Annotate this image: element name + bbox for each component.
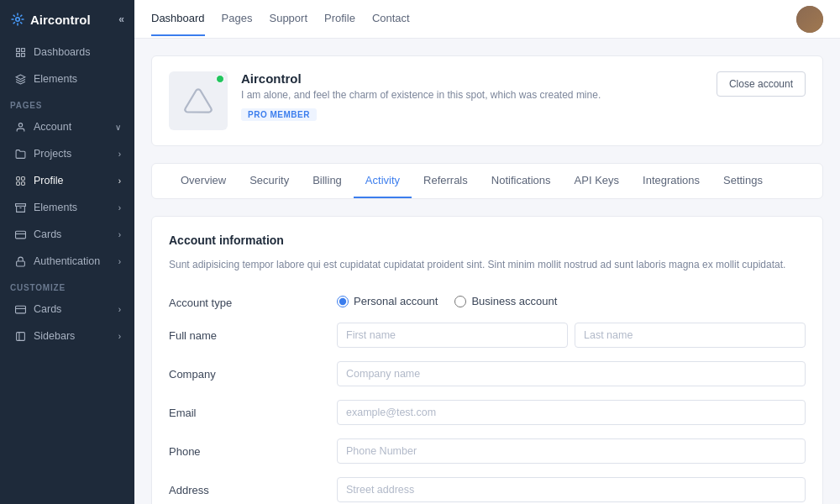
sidebar-item-label: Cards [34, 228, 61, 240]
sidebar-item-label: Elements [34, 73, 77, 85]
chevron-right-icon: › [118, 230, 121, 239]
svg-point-0 [16, 18, 20, 22]
email-input[interactable] [337, 400, 806, 425]
chevron-down-icon: ∨ [115, 123, 121, 132]
last-name-input[interactable] [575, 323, 806, 348]
sidebar-item-projects[interactable]: Projects › [3, 141, 131, 166]
card-icon [13, 228, 27, 241]
status-indicator [216, 75, 224, 83]
sidebar-item-elements-top[interactable]: Elements [3, 66, 131, 92]
logo-icon [10, 12, 25, 27]
user-icon [13, 120, 27, 134]
topnav-link-contact[interactable]: Contact [372, 2, 410, 36]
tab-billing[interactable]: Billing [301, 164, 354, 198]
address-label: Address [169, 477, 337, 496]
sidebar-item-authentication[interactable]: Authentication › [3, 249, 131, 274]
layers-icon [13, 72, 27, 86]
topnav-link-support[interactable]: Support [269, 2, 307, 36]
svg-marker-5 [16, 75, 25, 79]
app-name: Aircontrol [30, 13, 91, 27]
main-content: Dashboard Pages Support Profile Contact … [134, 0, 840, 504]
sidebar-item-elements[interactable]: Elements › [3, 195, 131, 220]
tabs-bar: Overview Security Billing Activity Refer… [151, 163, 823, 199]
sidebar-item-label: Account [34, 121, 71, 133]
chevron-right-icon: › [118, 150, 121, 159]
svg-rect-9 [16, 181, 19, 185]
tab-referrals[interactable]: Referrals [412, 164, 480, 198]
tab-overview[interactable]: Overview [169, 164, 238, 198]
company-fields [337, 361, 806, 386]
company-input[interactable] [337, 361, 806, 386]
topnav-link-profile[interactable]: Profile [324, 2, 355, 36]
profile-card: Aircontrol I am alone, and feel the char… [151, 55, 823, 146]
sidebar-item-label: Dashboards [34, 46, 90, 58]
sidebar-item-label: Profile [34, 175, 63, 186]
svg-rect-16 [15, 306, 25, 313]
avatar[interactable] [796, 6, 823, 33]
profile-description: I am alone, and feel the charm of existe… [241, 89, 601, 101]
phone-label: Phone [169, 438, 337, 458]
grid-icon [13, 45, 27, 59]
svg-rect-10 [21, 181, 24, 185]
tab-settings[interactable]: Settings [711, 164, 774, 198]
account-type-label: Account type [169, 290, 337, 309]
sidebar-item-profile[interactable]: Profile › [3, 168, 131, 193]
street-address-input[interactable] [337, 477, 806, 502]
personal-radio-input[interactable] [337, 296, 349, 307]
business-account-label: Business account [471, 295, 557, 307]
account-info-title: Account information [169, 234, 806, 247]
company-label: Company [169, 361, 337, 381]
business-radio-input[interactable] [454, 296, 466, 307]
phone-input[interactable] [337, 438, 806, 464]
full-name-label: Full name [169, 323, 337, 342]
email-label: Email [169, 400, 337, 419]
sidebar-item-label: Authentication [34, 255, 100, 267]
svg-rect-8 [21, 176, 24, 180]
svg-rect-15 [16, 260, 24, 265]
sidebar: Aircontrol « Dashboards Elements PAGES A… [0, 0, 134, 504]
box-icon [13, 201, 27, 214]
sidebar-item-cards[interactable]: Cards › [3, 222, 131, 247]
collapse-button[interactable]: « [118, 13, 124, 25]
profile-avatar-box [169, 71, 228, 130]
full-name-inputs-row [337, 323, 806, 348]
sidebar-item-sidebars[interactable]: Sidebars › [3, 323, 131, 349]
sidebar-item-label: Projects [34, 148, 71, 160]
svg-point-6 [18, 123, 22, 126]
chevron-right-icon: › [118, 332, 121, 341]
account-type-fields: Personal account Business account [337, 290, 806, 307]
card2-icon [13, 302, 27, 316]
topnav-link-pages[interactable]: Pages [222, 2, 253, 36]
first-name-input[interactable] [337, 323, 568, 348]
sidebar-item-account[interactable]: Account ∨ [3, 114, 131, 139]
avatar-image [796, 6, 823, 33]
sidebar-item-label: Cards [34, 303, 61, 315]
phone-row: Phone [169, 438, 806, 464]
chevron-right-icon: › [118, 305, 121, 314]
folder-icon [13, 147, 27, 160]
topnav-link-dashboard[interactable]: Dashboard [151, 2, 205, 36]
close-account-button[interactable]: Close account [717, 71, 806, 97]
topnav-links: Dashboard Pages Support Profile Contact [151, 2, 796, 36]
tab-integrations[interactable]: Integrations [631, 164, 711, 198]
profile-info: Aircontrol I am alone, and feel the char… [241, 71, 601, 121]
personal-account-radio[interactable]: Personal account [337, 295, 438, 307]
account-info-card: Account information Sunt adipisicing tem… [151, 216, 823, 504]
tab-api-keys[interactable]: API Keys [563, 164, 631, 198]
chevron-right-icon: › [118, 203, 121, 213]
full-name-row: Full name [169, 323, 806, 348]
pro-badge: PRO MEMBER [241, 108, 317, 121]
tab-security[interactable]: Security [238, 164, 301, 198]
person-icon [13, 174, 27, 187]
company-row: Company [169, 361, 806, 386]
sidebar-item-label: Elements [34, 202, 77, 213]
tab-notifications[interactable]: Notifications [480, 164, 563, 198]
sidebar-item-dashboards[interactable]: Dashboards [3, 39, 131, 65]
email-row: Email [169, 400, 806, 425]
svg-rect-11 [15, 203, 25, 206]
business-account-radio[interactable]: Business account [454, 295, 557, 307]
sidebar-item-cards2[interactable]: Cards › [3, 297, 131, 322]
svg-rect-4 [21, 53, 24, 56]
tab-activity[interactable]: Activity [354, 164, 412, 198]
email-fields [337, 400, 806, 425]
